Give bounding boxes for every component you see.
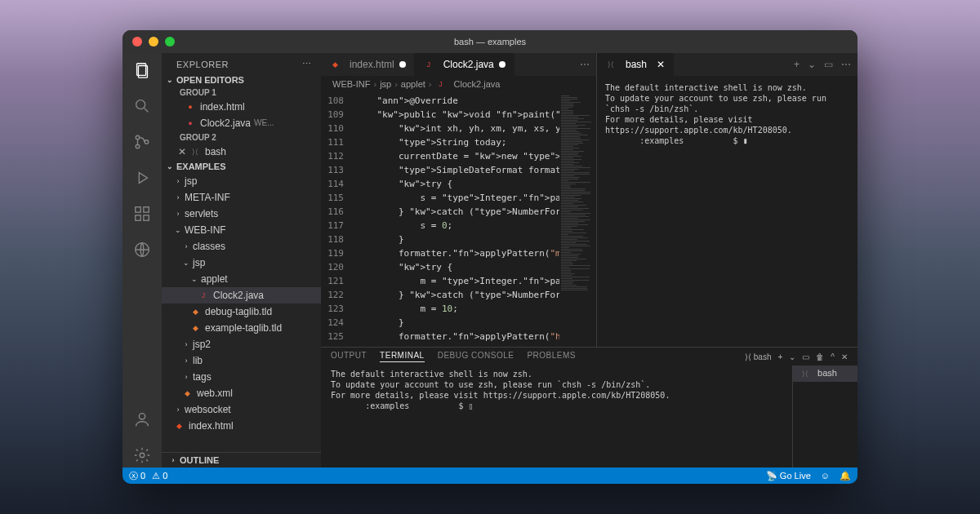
tree-file[interactable]: ◆example-taglib.tld — [162, 320, 321, 336]
tree-file[interactable]: ◆web.xml — [162, 385, 321, 401]
modified-dot-icon — [499, 61, 506, 68]
editor-more-icon[interactable]: ⋯ — [580, 59, 590, 70]
split-editor-icon[interactable]: ▭ — [824, 59, 833, 70]
editor-group-2-label: GROUP 2 — [162, 131, 321, 144]
panel-tab[interactable]: DEBUG CONSOLE — [438, 351, 514, 362]
code-editor[interactable]: 1081091101111121131141151161171181191201… — [321, 92, 596, 347]
code-area[interactable]: "ann">@Override "kw">public "kw">void "f… — [355, 92, 559, 347]
file-icon: ● — [185, 101, 196, 113]
tree-folder[interactable]: ›servlets — [162, 206, 321, 222]
main-area: EXPLORER ⋯ ⌄OPEN EDITORS GROUP 1 ●index.… — [122, 53, 858, 467]
tree-folder[interactable]: ⌄WEB-INF — [162, 222, 321, 238]
tree-file[interactable]: ◆index.html — [162, 418, 321, 434]
panel-chevron-icon[interactable]: ⌄ — [789, 352, 795, 361]
tree-file[interactable]: ◆debug-taglib.tld — [162, 304, 321, 320]
tree-folder[interactable]: ›lib — [162, 352, 321, 369]
svg-point-2 — [136, 100, 145, 109]
chevron-icon: ⌄ — [189, 272, 199, 286]
panel-new-icon[interactable]: + — [777, 352, 782, 361]
status-warnings[interactable]: ⚠ 0 — [152, 471, 167, 481]
status-go-live[interactable]: 📡 Go Live — [766, 471, 811, 481]
editor-group: ◆index.htmlJClock2.java ⋯ WEB-INF›jsp›ap… — [321, 53, 858, 467]
terminal-more-icon[interactable]: ⋯ — [841, 59, 851, 70]
chevron-icon: › — [181, 239, 191, 254]
close-tab-icon[interactable]: ✕ — [657, 59, 665, 70]
svg-rect-11 — [144, 207, 149, 212]
search-icon[interactable] — [133, 97, 151, 118]
tree-folder[interactable]: ›jsp — [162, 173, 321, 189]
window-title: bash — examples — [122, 37, 858, 47]
open-editor-item[interactable]: ✕⟩⟨bash — [162, 144, 321, 160]
extensions-icon[interactable] — [133, 205, 151, 226]
panel-shell-selector[interactable]: ⟩⟨bash — [745, 352, 772, 361]
panel-terminal[interactable]: The default interactive shell is now zsh… — [321, 366, 792, 467]
breadcrumb-segment[interactable]: jsp — [380, 79, 391, 89]
status-feedback-icon[interactable]: ☺ — [821, 471, 830, 481]
tree-folder[interactable]: ›META-INF — [162, 189, 321, 206]
status-errors[interactable]: ⓧ 0 — [129, 470, 145, 482]
terminal-tab[interactable]: ⟩⟨bash✕ — [597, 53, 674, 76]
split-panes: ◆index.htmlJClock2.java ⋯ WEB-INF›jsp›ap… — [321, 53, 858, 347]
open-editor-item[interactable]: ●index.html — [162, 99, 321, 115]
tree-folder[interactable]: ⌄applet — [162, 271, 321, 287]
editor-tab[interactable]: JClock2.java — [415, 53, 514, 76]
terminal-chevron-icon[interactable]: ⌄ — [808, 59, 816, 70]
chevron-icon: › — [181, 370, 191, 384]
tree-folder[interactable]: ⌄jsp — [162, 255, 321, 271]
workspace-section[interactable]: ⌄EXAMPLES — [162, 160, 321, 173]
chevron-icon: › — [173, 174, 183, 188]
breadcrumb-segment[interactable]: WEB-INF — [332, 79, 370, 89]
svg-rect-9 — [136, 215, 140, 220]
chevron-icon: ⌄ — [181, 255, 191, 270]
panel-tab[interactable]: PROBLEMS — [527, 351, 576, 362]
chevron-icon: ⌄ — [173, 223, 183, 237]
shell-icon: ⟩⟨ — [745, 352, 751, 361]
sidebar-more-icon[interactable]: ⋯ — [302, 59, 312, 69]
panel-maximize-icon[interactable]: ^ — [831, 352, 835, 361]
terminal-pane-right[interactable]: The default interactive shell is now zsh… — [597, 76, 858, 347]
activity-bar — [122, 53, 162, 467]
panel-side-item[interactable]: ⟩⟨ bash — [793, 366, 858, 382]
debug-icon[interactable] — [133, 169, 151, 190]
file-icon: ◆ — [189, 322, 201, 334]
titlebar[interactable]: bash — examples — [122, 30, 858, 53]
tree-folder[interactable]: ›websocket — [162, 401, 321, 418]
close-editor-icon[interactable]: ✕ — [176, 144, 188, 159]
settings-icon[interactable] — [133, 446, 151, 467]
tree-folder[interactable]: ›classes — [162, 238, 321, 255]
panel-trash-icon[interactable]: 🗑 — [816, 352, 824, 361]
breadcrumb-segment[interactable]: applet — [401, 79, 425, 89]
source-control-icon[interactable] — [133, 133, 151, 154]
panel-tab[interactable]: TERMINAL — [380, 351, 425, 362]
terminal-icon: ⟩⟨ — [189, 146, 201, 157]
explorer-icon[interactable] — [133, 61, 151, 82]
breadcrumbs[interactable]: WEB-INF›jsp›applet›JClock2.java — [321, 76, 596, 92]
remote-icon[interactable] — [133, 241, 151, 262]
line-gutter: 1081091101111121131141151161171181191201… — [321, 92, 355, 347]
svg-point-4 — [136, 135, 140, 140]
tree-file[interactable]: JClock2.java — [162, 287, 321, 304]
editor-tab[interactable]: ◆index.html — [321, 53, 415, 76]
status-bell-icon[interactable]: 🔔 — [840, 471, 851, 481]
vscode-window: bash — examples EXPLORER ⋯ ⌄OPEN EDITORS… — [122, 30, 858, 484]
file-icon: ● — [185, 117, 196, 129]
breadcrumb-segment[interactable]: Clock2.java — [454, 79, 501, 89]
tree-folder[interactable]: ›jsp2 — [162, 336, 321, 352]
new-terminal-icon[interactable]: + — [794, 59, 800, 70]
editor-pane-left: ◆index.htmlJClock2.java ⋯ WEB-INF›jsp›ap… — [321, 53, 596, 347]
panel-tab[interactable]: OUTPUT — [331, 351, 367, 362]
terminal-icon: ⟩⟨ — [800, 368, 811, 379]
sidebar-header-label: EXPLORER — [176, 60, 229, 69]
open-editor-item[interactable]: ●Clock2.javaWE... — [162, 115, 321, 131]
panel-close-icon[interactable]: ✕ — [841, 352, 848, 361]
svg-point-5 — [136, 144, 140, 148]
minimap[interactable] — [559, 92, 596, 347]
svg-marker-7 — [139, 173, 147, 184]
outline-section[interactable]: ›OUTLINE — [162, 452, 321, 467]
file-icon: ◆ — [189, 306, 201, 317]
tree-folder[interactable]: ›tags — [162, 369, 321, 385]
open-editors-section[interactable]: ⌄OPEN EDITORS — [162, 73, 321, 86]
account-icon[interactable] — [133, 410, 151, 432]
chevron-icon: › — [173, 206, 183, 221]
panel-split-icon[interactable]: ▭ — [802, 352, 809, 361]
